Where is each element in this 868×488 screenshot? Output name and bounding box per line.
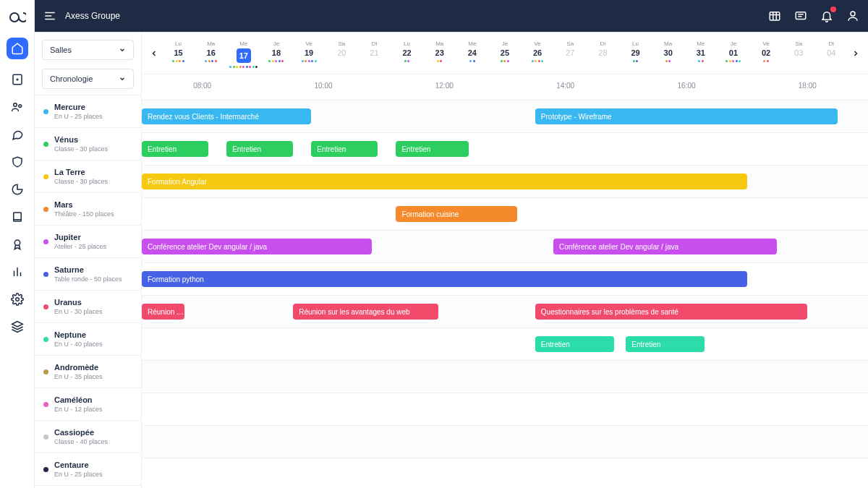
calendar-view-icon[interactable] bbox=[768, 9, 781, 22]
timeline-row[interactable]: Formation cuisine bbox=[142, 198, 868, 231]
nav-home-icon[interactable] bbox=[7, 38, 28, 59]
event[interactable]: Entretien bbox=[626, 336, 705, 352]
event[interactable]: Formation Angular bbox=[142, 174, 747, 189]
event[interactable]: Entretien bbox=[226, 141, 293, 157]
nav-users-icon[interactable] bbox=[10, 100, 25, 114]
event[interactable]: Réunion … bbox=[142, 304, 184, 320]
timeline-row[interactable]: Réunion …Réunion sur les avantages du we… bbox=[142, 296, 868, 328]
nav-layers-icon[interactable] bbox=[10, 320, 25, 334]
room-row[interactable]: Cassiopée Classe - 40 places bbox=[35, 421, 141, 453]
day-cell[interactable]: Sa 20 bbox=[326, 36, 358, 70]
menu-toggle-icon[interactable] bbox=[43, 9, 56, 22]
timeline-row[interactable]: Formation python bbox=[142, 263, 868, 296]
day-cell[interactable]: Sa 03 bbox=[783, 36, 815, 70]
notifications-icon[interactable] bbox=[820, 9, 833, 22]
room-row[interactable]: Vénus Classe - 30 places bbox=[35, 128, 141, 160]
event[interactable]: Prototype - Wireframe bbox=[535, 108, 838, 124]
day-number: 29 bbox=[631, 48, 639, 57]
day-of-week: Di bbox=[829, 40, 835, 47]
room-name: Mercure bbox=[54, 103, 103, 112]
nav-shield-icon[interactable] bbox=[10, 155, 25, 169]
event[interactable]: Entretien bbox=[311, 141, 378, 157]
day-cell[interactable]: Di 04 bbox=[815, 36, 848, 70]
view-select[interactable]: Chronologie bbox=[42, 69, 134, 89]
room-row[interactable]: Caméléon En U - 12 places bbox=[35, 388, 141, 421]
room-subtitle: En U - 25 places bbox=[54, 113, 103, 120]
day-cell[interactable]: Ve 02 bbox=[750, 36, 783, 70]
sidebar: Salles Chronologie Mercure En U - 25 pla… bbox=[35, 33, 142, 488]
room-row[interactable]: Centaure En U - 25 places bbox=[35, 453, 141, 486]
timeline-row[interactable]: EntretienEntretienEntretienEntretien bbox=[142, 133, 868, 166]
nav-book-icon[interactable] bbox=[10, 210, 25, 224]
room-color-dot bbox=[43, 207, 48, 212]
event[interactable]: Formation cuisine bbox=[396, 206, 516, 222]
day-cell[interactable]: Ve 26 bbox=[522, 36, 554, 70]
timeline-row[interactable]: Formation Angular bbox=[142, 166, 868, 198]
day-cell[interactable]: Lu 29 bbox=[619, 36, 652, 70]
event[interactable]: Réunion sur les avantages du web bbox=[293, 304, 438, 320]
event[interactable]: Conférence atelier Dev angular / java bbox=[142, 239, 372, 254]
day-cell[interactable]: Je 18 bbox=[260, 36, 292, 70]
rooms-select[interactable]: Salles bbox=[42, 40, 134, 60]
event[interactable]: Conférence atelier Dev angular / java bbox=[553, 239, 778, 254]
day-of-week: Ve bbox=[762, 40, 769, 47]
room-row[interactable]: Saturne Table ronde - 50 places bbox=[35, 258, 141, 291]
nav-stats-icon[interactable] bbox=[10, 265, 25, 279]
room-row[interactable]: Neptune En U - 40 places bbox=[35, 323, 141, 356]
event[interactable]: Entretien bbox=[396, 141, 468, 157]
timeline-row[interactable] bbox=[142, 393, 868, 426]
event[interactable]: Entretien bbox=[535, 336, 614, 352]
day-cell[interactable]: Lu 22 bbox=[391, 36, 423, 70]
day-cell[interactable]: Me 24 bbox=[456, 36, 488, 70]
event[interactable]: Questionnaires sur les problèmes de sant… bbox=[535, 304, 808, 320]
room-row[interactable]: La Terre Classe - 30 places bbox=[35, 160, 141, 193]
nav-chat-icon[interactable] bbox=[10, 127, 25, 142]
day-cell[interactable]: Ma 16 bbox=[195, 36, 227, 70]
nav-settings-icon[interactable] bbox=[10, 292, 25, 307]
day-cell[interactable]: Me 31 bbox=[684, 36, 717, 70]
profile-icon[interactable] bbox=[846, 9, 859, 22]
day-of-week: Ma bbox=[207, 40, 215, 47]
next-week-button[interactable] bbox=[848, 49, 864, 58]
day-number: 15 bbox=[174, 48, 182, 57]
nav-analytics-icon[interactable] bbox=[10, 182, 25, 197]
day-of-week: Je bbox=[273, 40, 279, 47]
room-row[interactable]: Jupiter Atelier - 25 places bbox=[35, 226, 141, 258]
day-cell[interactable]: Di 28 bbox=[587, 36, 619, 70]
day-cell[interactable]: Ma 23 bbox=[423, 36, 456, 70]
day-number: 31 bbox=[697, 48, 705, 57]
room-row[interactable]: Mars Théâtre - 150 places bbox=[35, 193, 141, 226]
room-row[interactable]: Mercure En U - 25 places bbox=[35, 95, 141, 128]
event[interactable]: Rendez vous Clients - Intermarché bbox=[142, 108, 311, 124]
timeline-row[interactable]: Conférence atelier Dev angular / javaCon… bbox=[142, 231, 868, 263]
room-row[interactable]: Andromède En U - 35 places bbox=[35, 356, 141, 388]
day-number: 20 bbox=[337, 48, 346, 57]
day-of-week: Ma bbox=[664, 40, 672, 47]
day-of-week: Di bbox=[600, 40, 606, 47]
day-number: 26 bbox=[533, 48, 542, 57]
event[interactable]: Entretien bbox=[142, 141, 208, 157]
day-dots bbox=[726, 60, 741, 64]
messages-icon[interactable] bbox=[794, 9, 807, 22]
event[interactable]: Formation python bbox=[142, 271, 747, 287]
room-row[interactable]: Uranus En U - 30 places bbox=[35, 291, 141, 323]
timeline-row[interactable]: Rendez vous Clients - IntermarchéPrototy… bbox=[142, 100, 868, 133]
day-cell[interactable]: Je 25 bbox=[488, 36, 521, 70]
timeline-row[interactable] bbox=[142, 361, 868, 393]
nav-rooms-icon[interactable] bbox=[10, 72, 25, 87]
timeline-row[interactable] bbox=[142, 458, 868, 488]
day-cell[interactable]: Lu 15 bbox=[162, 36, 195, 70]
day-cell[interactable]: Me 17 bbox=[227, 36, 260, 70]
day-number: 02 bbox=[762, 48, 770, 57]
day-cell[interactable]: Di 21 bbox=[358, 36, 391, 70]
day-cell[interactable]: Sa 27 bbox=[554, 36, 587, 70]
nav-award-icon[interactable] bbox=[10, 237, 25, 252]
day-cell[interactable]: Je 01 bbox=[717, 36, 749, 70]
day-cell[interactable]: Ma 30 bbox=[652, 36, 684, 70]
day-cell[interactable]: Ve 19 bbox=[293, 36, 326, 70]
timeline-row[interactable]: EntretienEntretien bbox=[142, 328, 868, 361]
prev-week-button[interactable] bbox=[146, 49, 162, 58]
day-dots bbox=[532, 60, 544, 64]
room-name: Vénus bbox=[54, 135, 108, 145]
timeline-row[interactable] bbox=[142, 426, 868, 458]
